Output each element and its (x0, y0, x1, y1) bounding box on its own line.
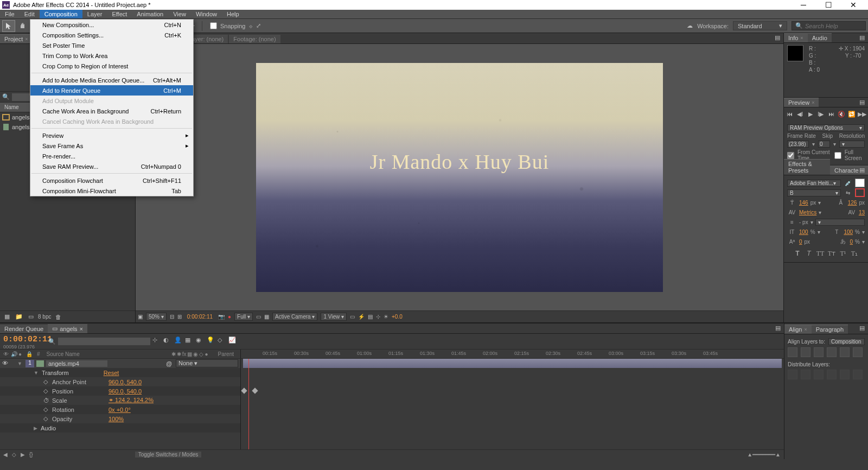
close-icon[interactable]: × (80, 326, 83, 332)
distribute-vcenter-button[interactable] (801, 370, 810, 379)
tsume-value[interactable]: 0 (850, 239, 853, 245)
layer-name[interactable]: angels.mp4 (46, 360, 107, 367)
expand-pane-icon[interactable]: {} (29, 452, 33, 458)
fill-color-swatch[interactable] (855, 179, 865, 187)
faux-bold-button[interactable]: T (793, 249, 802, 258)
panel-menu-icon[interactable]: ▤ (859, 99, 867, 106)
snapshot-icon[interactable]: 📷 (218, 314, 225, 320)
distribute-bottom-button[interactable] (814, 370, 824, 379)
ram-preview-options-dropdown[interactable]: RAM Preview Options ▾ (787, 124, 865, 131)
menu-layer[interactable]: Layer (82, 10, 107, 18)
vscale-value[interactable]: 100 (799, 229, 808, 235)
resolution-dropdown[interactable]: Full ▾ (234, 313, 253, 321)
property-value[interactable]: 960.0, 540.0 (108, 388, 142, 395)
menu-composition[interactable]: Composition (40, 10, 82, 18)
font-family-dropdown[interactable]: Adobe Fan Heiti...▾ (787, 180, 841, 187)
menu-effect[interactable]: Effect (107, 10, 132, 18)
swap-colors-icon[interactable]: ⇆ (843, 188, 853, 197)
layer-duration-bar[interactable] (243, 359, 782, 368)
twirl-icon[interactable]: ▼ (17, 361, 22, 366)
zoom-dropdown[interactable]: 50% ▾ (146, 313, 167, 321)
stroke-color-swatch[interactable] (855, 188, 865, 197)
reset-button[interactable]: Reset (104, 370, 119, 376)
timeline-icon[interactable]: ▤ (368, 314, 373, 320)
bit-depth-button[interactable]: 8 bpc (38, 312, 51, 322)
menu-item[interactable]: Composition Mini-FlowchartTab (30, 186, 193, 196)
project-tab[interactable]: Project× (0, 34, 33, 43)
info-tab[interactable]: Info× (784, 33, 808, 42)
loop-button[interactable]: 🔁 (847, 110, 857, 118)
menu-item[interactable]: Save RAM Preview...Ctrl+Numpad 0 (30, 161, 193, 172)
align-right-button[interactable] (814, 347, 824, 357)
hscale-value[interactable]: 100 (844, 229, 853, 235)
property-row[interactable]: ◇Anchor Point960.0, 540.0 (0, 377, 240, 386)
ram-preview-button[interactable]: ▶▶ (858, 110, 867, 118)
snap-icon[interactable]: ⟐ (249, 23, 253, 29)
selection-tool[interactable] (2, 20, 15, 32)
paragraph-tab[interactable]: Paragraph (812, 325, 848, 334)
stopwatch-icon[interactable]: ◇ (43, 378, 50, 385)
stopwatch-icon[interactable]: ⏱ (43, 397, 50, 404)
comp-mini-flowchart-button[interactable]: ⊹ (152, 336, 162, 346)
close-icon[interactable]: × (25, 36, 28, 42)
menu-file[interactable]: File (0, 10, 20, 18)
stopwatch-icon[interactable]: ◇ (43, 406, 50, 413)
property-row[interactable]: ◇Rotation0x +0.0° (0, 405, 240, 414)
always-preview-icon[interactable]: ▣ (138, 314, 143, 320)
panel-menu-icon[interactable]: ▤ (775, 325, 783, 332)
exposure-value[interactable]: +0.0 (392, 314, 403, 320)
align-vcenter-button[interactable] (840, 347, 850, 357)
menu-item[interactable]: Set Poster Time (30, 40, 193, 50)
close-button[interactable]: ✕ (841, 0, 866, 10)
nav-prev-key-icon[interactable]: ◀ (3, 452, 8, 458)
stroke-width-value[interactable]: - px (799, 219, 808, 225)
stroke-style-dropdown[interactable]: ▾ (815, 219, 865, 226)
zoom-slider[interactable]: ▲━━━━━━━▲ (747, 452, 781, 458)
font-size-value[interactable]: 146 (799, 200, 808, 206)
motion-blur-button[interactable]: ◉ (196, 336, 206, 346)
menu-help[interactable]: Help (222, 10, 244, 18)
panel-menu-icon[interactable]: ▤ (775, 34, 782, 42)
transform-group[interactable]: ▼ Transform Reset (0, 368, 240, 377)
align-hcenter-button[interactable] (801, 347, 810, 357)
distribute-top-button[interactable] (788, 370, 797, 379)
leading-value[interactable]: 126 (848, 200, 857, 206)
nav-next-key-icon[interactable]: ▶ (21, 452, 25, 458)
render-queue-tab[interactable]: Render Queue (0, 325, 48, 333)
font-style-dropdown[interactable]: B ▾ (787, 189, 841, 196)
tracking-value[interactable]: 13 (859, 209, 865, 215)
camera-dropdown[interactable]: Active Camera ▾ (272, 313, 317, 321)
resolution-dropdown[interactable]: ▾ (839, 141, 865, 148)
delete-button[interactable]: 🗑 (53, 312, 63, 322)
fast-preview-icon[interactable]: ⚡ (358, 314, 365, 320)
mute-button[interactable]: 🔇 (837, 110, 846, 118)
reset-exposure-icon[interactable]: ☀ (384, 314, 388, 320)
auto-keyframe-button[interactable]: ◇ (218, 336, 227, 346)
property-row[interactable]: ◇Opacity100% (0, 414, 240, 423)
menu-item[interactable]: Add to Adobe Media Encoder Queue...Ctrl+… (30, 75, 193, 85)
visibility-toggle[interactable]: 👁 (2, 360, 10, 367)
search-help-input[interactable] (805, 23, 862, 29)
property-value[interactable]: ⚭ 124.2, 124.2% (108, 397, 154, 404)
eyedropper-icon[interactable]: 💉 (843, 179, 853, 187)
menu-item[interactable]: Composition Settings...Ctrl+K (30, 30, 193, 40)
new-comp-button[interactable]: ▭ (26, 312, 36, 322)
from-current-time-checkbox[interactable] (787, 152, 794, 159)
search-help[interactable]: 🔍 (792, 21, 866, 30)
distribute-right-button[interactable] (853, 370, 863, 379)
stopwatch-icon[interactable]: ◇ (43, 415, 50, 422)
twirl-icon[interactable]: ▼ (34, 370, 39, 376)
menu-item[interactable]: Trim Comp to Work Area (30, 50, 193, 61)
distribute-hcenter-button[interactable] (840, 370, 850, 379)
maximize-button[interactable]: ☐ (816, 0, 841, 10)
align-bottom-button[interactable] (853, 347, 863, 357)
view-layout-dropdown[interactable]: 1 View ▾ (321, 313, 347, 321)
align-top-button[interactable] (827, 347, 837, 357)
frame-blend-button[interactable]: ▦ (185, 336, 195, 346)
faux-italic-button[interactable]: T (805, 249, 813, 258)
menu-item[interactable]: Save Frame As▸ (30, 141, 193, 151)
twirl-icon[interactable]: ▶ (34, 425, 37, 431)
align-left-button[interactable] (788, 347, 797, 357)
first-frame-button[interactable]: ⏮ (785, 110, 794, 118)
effects-tab[interactable]: Effects & Presets (784, 159, 830, 175)
